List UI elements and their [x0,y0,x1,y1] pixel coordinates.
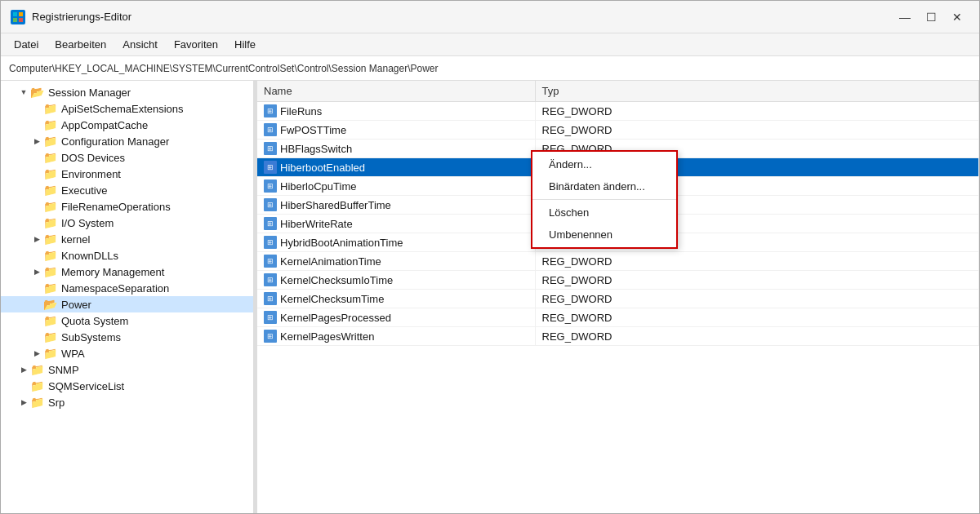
expand-icon: ▼ [17,86,30,99]
folder-icon: 📁 [30,396,45,409]
close-button[interactable]: ✕ [945,7,969,27]
expand-icon [30,151,43,164]
table-scroll[interactable]: Name Typ ⊞ FileRuns REG_ [257,81,979,513]
maximize-button[interactable]: ☐ [919,7,943,27]
context-menu-item-delete[interactable]: Löschen [532,202,676,224]
reg-name: ⊞ HiberWriteRate [257,215,535,233]
table-row[interactable]: ⊞ KernelChecksumIoTime REG_DWORD [257,271,979,290]
expand-icon [30,216,43,229]
folder-icon: 📁 [43,233,58,246]
folder-icon: 📁 [43,249,58,262]
tree-label: FileRenameOperations [61,201,171,213]
tree-item-kernel[interactable]: ▶ 📁 kernel [1,231,253,247]
context-menu-item-rename[interactable]: Umbenennen [532,224,676,246]
tree-label: AppCompatCache [61,119,148,131]
expand-icon [30,281,43,295]
menu-ansicht[interactable]: Ansicht [116,36,164,53]
reg-name: ⊞ FwPOSTTime [257,121,535,140]
tree-item-namespacesep[interactable]: 📁 NamespaceSeparation [1,280,253,296]
tree-item-wpa[interactable]: ▶ 📁 WPA [1,345,253,361]
tree-item-session-manager[interactable]: ▼ 📂 Session Manager [1,84,253,100]
tree-label: Quota System [61,315,128,327]
folder-icon: 📁 [43,102,58,115]
folder-icon: 📁 [43,347,58,360]
minimize-button[interactable]: — [893,7,917,27]
table-row[interactable]: ⊞ KernelPagesWritten REG_DWORD [257,327,979,346]
menu-bearbeiten[interactable]: Bearbeiten [48,36,113,53]
reg-dword-icon: ⊞ [264,198,277,211]
app-icon [11,10,25,24]
col-header-name: Name [257,81,535,102]
tree-item-sqmservice[interactable]: 📁 SQMServiceList [1,378,253,394]
tree-item-dos-devices[interactable]: 📁 DOS Devices [1,149,253,166]
tree-item-power[interactable]: 📂 Power [1,296,253,312]
svg-rect-0 [13,12,17,16]
folder-icon: 📁 [43,135,58,148]
context-menu-item-change-binary[interactable]: Binärdaten ändern... [532,175,676,197]
reg-name: ⊞ KernelAnimationTime [257,252,535,271]
expand-icon: ▶ [30,135,43,148]
tree-label: Memory Management [61,266,164,278]
reg-dword-icon: ⊞ [264,311,277,324]
tree-label: WPA [61,348,85,360]
registry-editor-window: Registrierungs-Editor — ☐ ✕ Datei Bearbe… [0,0,980,514]
tree-item-filerenameops[interactable]: 📁 FileRenameOperations [1,198,253,215]
tree-item-quotasystem[interactable]: 📁 Quota System [1,312,253,329]
reg-type: REG_DWORD [535,102,979,121]
tree-label: Srp [48,397,65,409]
tree-item-knowndlls[interactable]: 📁 KnownDLLs [1,247,253,264]
reg-dword-icon: ⊞ [264,142,277,155]
tree-item-iosystem[interactable]: 📁 I/O System [1,215,253,231]
expand-icon: ▶ [17,363,30,376]
reg-dword-icon: ⊞ [264,273,277,286]
table-row[interactable]: ⊞ KernelChecksumTime REG_DWORD [257,290,979,308]
table-row[interactable]: ⊞ KernelAnimationTime REG_DWORD [257,252,979,271]
tree-label: Power [61,299,91,311]
reg-name: ⊞ HiberSharedBufferTime [257,196,535,215]
tree-label: KnownDLLs [61,250,118,262]
tree-item-executive[interactable]: 📁 Executive [1,182,253,198]
expand-icon: ▶ [30,347,43,360]
tree-label: I/O System [61,217,114,229]
tree-label: SQMServiceList [48,380,124,392]
tree-panel[interactable]: ▼ 📂 Session Manager 📁 ApiSetSchemaExtens… [1,81,254,513]
folder-icon: 📁 [43,167,58,180]
tree-item-memory-management[interactable]: ▶ 📁 Memory Management [1,264,253,280]
svg-rect-2 [13,18,17,22]
reg-name: ⊞ KernelChecksumIoTime [257,271,535,290]
menu-favoriten[interactable]: Favoriten [167,36,225,53]
table-row[interactable]: ⊞ FwPOSTTime REG_DWORD [257,121,979,140]
reg-dword-icon: ⊞ [264,330,277,343]
tree-label: Executive [61,184,107,197]
reg-dword-icon: ⊞ [264,217,277,230]
table-row[interactable]: ⊞ KernelPagesProcessed REG_DWORD [257,308,979,327]
expand-icon [30,249,43,262]
reg-name: ⊞ KernelPagesProcessed [257,308,535,327]
tree-item-snmp[interactable]: ▶ 📁 SNMP [1,361,253,378]
main-content: ▼ 📂 Session Manager 📁 ApiSetSchemaExtens… [1,81,979,513]
expand-icon: ▶ [17,396,30,409]
folder-icon: 📁 [43,118,58,131]
menu-bar: Datei Bearbeiten Ansicht Favoriten Hilfe [1,33,979,56]
tree-item-subsystems[interactable]: 📁 SubSystems [1,329,253,345]
menu-datei[interactable]: Datei [7,36,45,53]
tree-label: Environment [61,168,121,180]
expand-icon [30,330,43,343]
tree-label: Configuration Manager [61,135,169,148]
context-menu-item-change[interactable]: Ändern... [532,153,676,175]
table-row[interactable]: ⊞ FileRuns REG_DWORD [257,102,979,121]
tree-item-environment[interactable]: 📁 Environment [1,166,253,182]
expand-icon [30,298,43,311]
folder-icon: 📁 [43,265,58,278]
tree-item-srp[interactable]: ▶ 📁 Srp [1,394,253,410]
window-controls: — ☐ ✕ [893,7,969,27]
tree-item-appcompat[interactable]: 📁 AppCompatCache [1,117,253,133]
tree-label: SNMP [48,364,79,376]
tree-label: ApiSetSchemaExtensions [61,103,184,115]
tree-item-configmanager[interactable]: ▶ 📁 Configuration Manager [1,133,253,149]
reg-type: REG_DWORD [535,290,979,308]
folder-icon: 📁 [43,151,58,164]
menu-hilfe[interactable]: Hilfe [228,36,262,53]
reg-type: REG_DWORD [535,308,979,327]
tree-item-apiset[interactable]: 📁 ApiSetSchemaExtensions [1,100,253,117]
